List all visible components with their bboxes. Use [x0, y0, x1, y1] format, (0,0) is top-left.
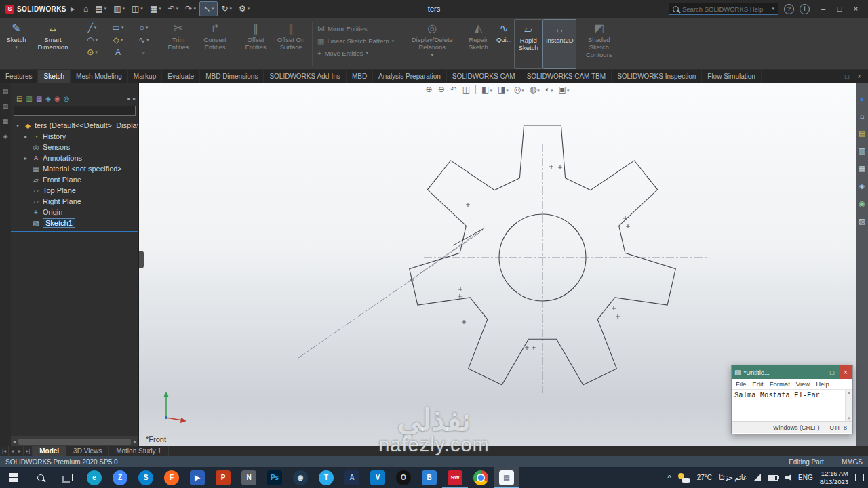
- cam-tree-tab-icon[interactable]: ◎: [64, 95, 70, 102]
- start-button[interactable]: [0, 467, 27, 488]
- notepad-maximize-button[interactable]: □: [825, 365, 839, 379]
- taskbar-app-photoshop[interactable]: Ps: [262, 467, 288, 488]
- instant2d-button[interactable]: ↔Instant2D: [542, 19, 576, 69]
- 3dexperience-icon[interactable]: ●: [860, 95, 865, 103]
- menu-help[interactable]: Help: [816, 380, 829, 388]
- units-label[interactable]: MMGS: [842, 458, 863, 466]
- propertymanager-tab-icon[interactable]: ▥: [26, 95, 32, 102]
- dimxpertmanager-tab-icon[interactable]: ◈: [45, 95, 51, 102]
- ellipse-tool[interactable]: ⊙▾: [81, 47, 104, 57]
- minimize-button[interactable]: –: [815, 0, 831, 18]
- tree-item-origin[interactable]: +Origin: [11, 207, 138, 218]
- design-library-icon[interactable]: ▤: [859, 129, 865, 138]
- quick-snaps-button[interactable]: ∿Qui...: [494, 19, 514, 69]
- scrollbar-thumb[interactable]: [18, 439, 131, 445]
- menu-expand-arrow-icon[interactable]: ▶: [71, 6, 75, 12]
- scroll-right-icon[interactable]: ▸: [134, 439, 136, 445]
- tab-solidworks-cam[interactable]: SOLIDWORKS CAM: [447, 70, 521, 83]
- tree-filter-box[interactable]: [14, 106, 136, 116]
- info-button[interactable]: i: [800, 4, 810, 14]
- tree-item-top-plane[interactable]: ▱Top Plane: [11, 185, 138, 196]
- notepad-window[interactable]: ▤ *Untitle... – □ × File Edit Format Vie…: [731, 365, 853, 434]
- tab-addins[interactable]: SOLIDWORKS Add-Ins: [264, 70, 346, 83]
- redo-button[interactable]: ↷▾: [182, 1, 199, 16]
- tab-prev-icon[interactable]: ◂: [9, 446, 16, 456]
- convert-entities-button[interactable]: ↱Convert Entities: [195, 19, 235, 69]
- appearances-icon[interactable]: ◈: [859, 182, 865, 190]
- tree-item-history[interactable]: ▸◔History: [11, 131, 138, 142]
- taskbar-app-notes[interactable]: N: [236, 467, 262, 488]
- tree-item-sensors[interactable]: ◎Sensors: [11, 142, 138, 152]
- previous-view-icon[interactable]: ↶: [450, 85, 457, 94]
- edit-appearance-icon[interactable]: ◍▾: [530, 85, 540, 94]
- taskbar-app-edge[interactable]: e: [81, 467, 107, 488]
- tab-first-icon[interactable]: |◂: [0, 446, 9, 456]
- zoom-area-icon[interactable]: ⊖: [438, 85, 445, 94]
- save-button[interactable]: ◫▾: [128, 1, 146, 16]
- network-icon[interactable]: [753, 474, 761, 481]
- home-button[interactable]: ⌂: [80, 1, 92, 16]
- options-button[interactable]: ⚙▾: [235, 1, 253, 16]
- repair-sketch-button[interactable]: ◭Repair Sketch: [462, 19, 494, 69]
- section-view-icon[interactable]: ◫: [462, 85, 470, 94]
- hide-show-items-icon[interactable]: ◎▾: [514, 85, 524, 94]
- tab-solidworks-inspection[interactable]: SOLIDWORKS Inspection: [612, 70, 702, 83]
- tab-evaluate[interactable]: Evaluate: [162, 70, 200, 83]
- solidworks-logo[interactable]: S SOLIDWORKS ▶: [0, 5, 80, 14]
- file-explorer-icon[interactable]: ▥: [859, 146, 865, 155]
- expand-arrow-icon[interactable]: ▸: [24, 155, 31, 161]
- move-entities-button[interactable]: +Move Entities▾: [317, 49, 394, 57]
- expand-arrow-icon[interactable]: ▸: [24, 134, 31, 140]
- circle-tool[interactable]: ○▾: [132, 23, 155, 33]
- sketch-button[interactable]: ✎Sketch▾: [1, 19, 31, 69]
- menu-file[interactable]: File: [736, 380, 746, 388]
- search-button[interactable]: [27, 467, 54, 488]
- doc-close-button[interactable]: ×: [857, 73, 861, 80]
- tray-expand-icon[interactable]: ^: [668, 474, 671, 482]
- weather-temp[interactable]: 27°C: [697, 474, 712, 481]
- view-orientation-icon[interactable]: ◧▾: [481, 85, 492, 94]
- tree-item-front-plane[interactable]: ▱Front Plane: [11, 174, 138, 185]
- weather-condition[interactable]: غائم جزئيًا: [719, 474, 747, 481]
- view-settings-icon[interactable]: ▣▾: [559, 85, 570, 94]
- tab-mbd-dimensions[interactable]: MBD Dimensions: [200, 70, 264, 83]
- display-style-icon[interactable]: ◨▾: [498, 85, 509, 94]
- tab-features[interactable]: Features: [0, 70, 38, 83]
- undo-button[interactable]: ↶▾: [165, 1, 182, 16]
- language-indicator[interactable]: ENG: [798, 474, 813, 481]
- display-delete-relations-button[interactable]: ◎Display/Delete Relations▾: [401, 19, 462, 69]
- taskbar-app-telegram[interactable]: T: [313, 467, 339, 488]
- tab-flow-simulation[interactable]: Flow Simulation: [702, 70, 762, 83]
- point-tool[interactable]: ◦: [132, 47, 155, 57]
- text-tool[interactable]: A: [106, 47, 130, 57]
- polygon-tool[interactable]: ◇▾: [106, 35, 130, 45]
- tab-analysis-preparation[interactable]: Analysis Preparation: [373, 70, 447, 83]
- taskbar-app-paint[interactable]: B: [416, 467, 442, 488]
- rollback-bar[interactable]: [11, 231, 138, 232]
- action-center-icon[interactable]: [855, 474, 864, 481]
- maximize-button[interactable]: □: [831, 0, 848, 18]
- search-dropdown-icon[interactable]: ▾: [772, 6, 774, 12]
- tab-scroll-left-icon[interactable]: ◂: [127, 96, 130, 102]
- pane-icon-3[interactable]: ▦: [3, 118, 9, 125]
- taskbar-app-notepad[interactable]: ▤: [494, 467, 519, 488]
- doc-minimize-button[interactable]: –: [833, 73, 837, 80]
- close-button[interactable]: ×: [848, 0, 864, 18]
- taskbar-app-camera[interactable]: ◉: [288, 467, 313, 488]
- task-view-button[interactable]: [54, 467, 81, 488]
- tab-3d-views[interactable]: 3D Views: [66, 446, 109, 456]
- taskbar-app-vscode[interactable]: V: [365, 467, 391, 488]
- taskbar-app-audio[interactable]: A: [339, 467, 365, 488]
- taskbar-app-skype[interactable]: S: [133, 467, 159, 488]
- notepad-scrollbar[interactable]: ▲▼: [845, 390, 852, 421]
- displaymanager-tab-icon[interactable]: ◉: [54, 95, 60, 102]
- trim-entities-button[interactable]: ✂Trim Entities: [161, 19, 195, 69]
- tree-item-material[interactable]: ▦Material <not specified>: [11, 163, 138, 174]
- apply-scene-icon[interactable]: ◐▾: [545, 85, 553, 94]
- zoom-fit-icon[interactable]: ⊕: [426, 85, 433, 94]
- tab-motion-study[interactable]: Motion Study 1: [109, 446, 169, 456]
- print-button[interactable]: ▦▾: [146, 1, 165, 16]
- rebuild-button[interactable]: ↻▾: [218, 1, 235, 16]
- taskbar-app-zoom[interactable]: Z: [107, 467, 133, 488]
- taskbar-app-firefox[interactable]: F: [159, 467, 184, 488]
